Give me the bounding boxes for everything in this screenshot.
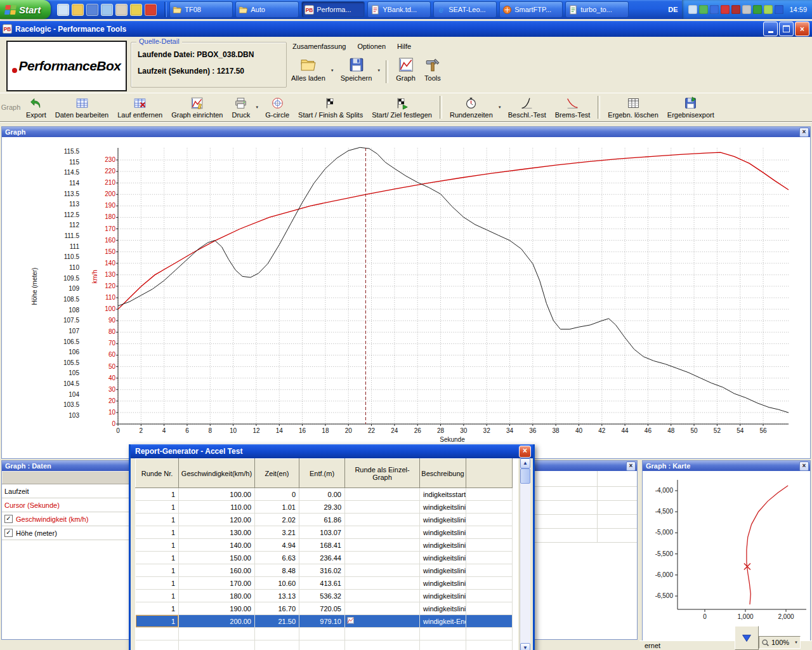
track-map-chart[interactable]: -4,000-4,500-5,000-5,500-6,000-6,50001,0… bbox=[643, 471, 810, 640]
report-row[interactable]: 1190.0016.70720.05windigkeitslinie bbox=[136, 602, 513, 615]
data-row[interactable]: Cursor (Sekunde) bbox=[2, 498, 140, 512]
report-row[interactable]: 1160.008.48316.02windigkeitslinie bbox=[136, 564, 513, 577]
tray-icon[interactable] bbox=[775, 5, 783, 14]
svg-text:113: 113 bbox=[69, 201, 79, 208]
svg-text:0: 0 bbox=[112, 420, 115, 427]
panel-close-button[interactable]: × bbox=[799, 128, 809, 137]
checkbox[interactable]: ✓ bbox=[4, 515, 13, 523]
menu-item[interactable]: Optionen bbox=[351, 41, 391, 52]
tray-icon[interactable] bbox=[731, 5, 740, 14]
report-row[interactable]: 1130.003.21103.07windigkeitslinie bbox=[136, 526, 513, 539]
svg-text:0: 0 bbox=[703, 613, 707, 620]
toolbar-button[interactable]: Tools bbox=[420, 55, 445, 84]
scroll-thumb[interactable] bbox=[520, 468, 530, 484]
toolbar-button[interactable]: Brems-Test bbox=[551, 95, 595, 121]
toolbar-button[interactable]: Start / Finish & Splits bbox=[294, 95, 367, 121]
map-panel-header[interactable]: Graph : Karte × bbox=[643, 461, 810, 471]
toolbar-button[interactable]: Graph einrichten bbox=[167, 95, 227, 121]
tray-icon[interactable] bbox=[699, 5, 708, 14]
dialog-close-button[interactable]: × bbox=[519, 446, 531, 458]
dropdown-caret[interactable]: ▼ bbox=[376, 69, 383, 84]
menubar: ZusamenfassungOptionenHilfe bbox=[287, 39, 811, 53]
toolbar-button[interactable]: Speichern bbox=[336, 55, 377, 84]
report-row[interactable]: 1150.006.63236.44windigkeitslinie bbox=[136, 552, 513, 564]
toolbar-button[interactable]: Start/ Ziel festlegen bbox=[367, 95, 436, 121]
tray-icon[interactable] bbox=[688, 5, 697, 14]
graph-panel-header[interactable]: Graph × bbox=[2, 127, 810, 137]
quicklaunch-icon[interactable] bbox=[101, 4, 113, 16]
menu-item[interactable]: Zusamenfassung bbox=[287, 41, 351, 52]
quicklaunch-icon[interactable] bbox=[130, 4, 142, 16]
quicklaunch-icon[interactable] bbox=[115, 4, 128, 16]
toolbar-button[interactable]: Graph bbox=[391, 55, 420, 84]
dropdown-caret[interactable]: ▼ bbox=[254, 105, 261, 121]
scroll-down-button[interactable] bbox=[735, 626, 759, 650]
toolbar-button[interactable]: Lauf entfernen bbox=[113, 95, 167, 121]
data-panel-header[interactable]: Graph : Daten × bbox=[2, 461, 140, 471]
report-row[interactable]: 1170.0010.60413.61windigkeitslinie bbox=[136, 577, 513, 590]
menu-item[interactable]: Hilfe bbox=[391, 41, 417, 52]
quicklaunch-icon[interactable] bbox=[145, 4, 157, 16]
report-column-header[interactable]: Geschwindigkeit(km/h) bbox=[179, 459, 255, 488]
taskbar-button[interactable]: Auto bbox=[235, 1, 299, 18]
report-scrollbar[interactable]: ▲ ▼ bbox=[520, 458, 530, 650]
report-row[interactable]: 1200.0021.50979.10windigkeit-Ende bbox=[136, 615, 513, 628]
maximize-button[interactable] bbox=[779, 22, 794, 36]
report-column-header[interactable]: Beschreibung bbox=[420, 459, 466, 488]
speed-altitude-chart[interactable]: 103103.5104104.5105105.5106106.5107107.5… bbox=[2, 137, 811, 458]
toolbar-button[interactable]: Daten bearbeiten bbox=[51, 95, 113, 121]
language-indicator[interactable]: DE bbox=[664, 3, 682, 16]
tray-icon[interactable] bbox=[721, 5, 730, 14]
toolbar-button[interactable]: Ergebnisexport bbox=[663, 95, 719, 121]
taskbar-button[interactable]: turbo_to... bbox=[565, 1, 629, 18]
taskbar-button-label: turbo_to... bbox=[580, 6, 612, 13]
taskbar-button[interactable]: SmartFTP... bbox=[499, 1, 563, 18]
app-icon bbox=[3, 24, 12, 34]
toolbar-button[interactable]: Rundenzeiten bbox=[445, 95, 497, 121]
dropdown-caret[interactable]: ▼ bbox=[497, 105, 504, 121]
checkbox[interactable]: ✓ bbox=[4, 529, 13, 537]
taskbar-button[interactable]: SEAT-Leo... bbox=[433, 1, 497, 18]
toolbar-button[interactable]: Beschl.-Test bbox=[504, 95, 551, 121]
report-column-header[interactable]: Runde Nr. bbox=[136, 459, 179, 488]
report-column-header[interactable]: Zeit(en) bbox=[255, 459, 299, 488]
minimize-button[interactable] bbox=[763, 22, 778, 36]
panel-close-button[interactable]: × bbox=[799, 461, 809, 471]
zoom-control[interactable]: 100% ▼ bbox=[759, 636, 801, 649]
toolbar-button[interactable]: G-circle bbox=[261, 95, 294, 121]
report-row[interactable]: 1100.0000.00indigkeitsstart bbox=[136, 488, 513, 501]
quicklaunch-icon[interactable] bbox=[57, 4, 69, 16]
data-row[interactable]: ✓Geschwindigkeit (km/h) bbox=[2, 512, 140, 526]
quicklaunch-icon[interactable] bbox=[72, 4, 84, 16]
report-column-header[interactable] bbox=[466, 459, 513, 488]
data-row[interactable]: Laufzeit bbox=[2, 484, 140, 498]
report-column-header[interactable]: Runde als Einzel-Graph bbox=[345, 459, 420, 488]
tray-icon[interactable] bbox=[742, 5, 751, 14]
toolbar-button[interactable]: Ergebn. löschen bbox=[603, 95, 663, 121]
tray-icon[interactable] bbox=[764, 5, 773, 14]
dropdown-caret[interactable]: ▼ bbox=[330, 69, 336, 84]
tray-icon[interactable] bbox=[753, 5, 762, 14]
scroll-up-button[interactable]: ▲ bbox=[520, 458, 530, 468]
toolbar-button[interactable]: Export bbox=[22, 95, 51, 121]
quicklaunch-icon[interactable] bbox=[86, 4, 98, 16]
panel-close-button[interactable]: × bbox=[626, 461, 636, 471]
tray-icon[interactable] bbox=[710, 5, 719, 14]
taskbar-button[interactable]: TF08 bbox=[169, 1, 233, 18]
svg-text:114.5: 114.5 bbox=[64, 169, 80, 176]
report-row[interactable]: 1120.002.0261.86windigkeitslinie bbox=[136, 514, 513, 526]
toolbar-button[interactable]: Alles laden bbox=[287, 55, 330, 84]
toolbar-button[interactable]: Druck bbox=[227, 95, 254, 121]
taskbar-button[interactable]: YBank.td... bbox=[367, 1, 431, 18]
dialog-titlebar[interactable]: Report-Generator - Accel Test × bbox=[131, 444, 533, 458]
start-button[interactable]: Start bbox=[0, 0, 51, 19]
taskbar-button[interactable]: Performa... bbox=[301, 1, 365, 18]
data-row[interactable]: ✓Höhe (meter) bbox=[2, 526, 140, 540]
window-titlebar[interactable]: Racelogic - Performance Tools × bbox=[0, 21, 812, 37]
report-column-header[interactable]: Entf.(m) bbox=[299, 459, 345, 488]
report-row[interactable]: 1140.004.94168.41windigkeitslinie bbox=[136, 539, 513, 552]
scroll-down-button[interactable]: ▼ bbox=[520, 643, 530, 650]
report-row[interactable]: 1110.001.0129.30windigkeitslinie bbox=[136, 501, 513, 514]
close-button[interactable]: × bbox=[795, 22, 809, 36]
report-row[interactable]: 1180.0013.13536.32windigkeitslinie bbox=[136, 590, 513, 602]
